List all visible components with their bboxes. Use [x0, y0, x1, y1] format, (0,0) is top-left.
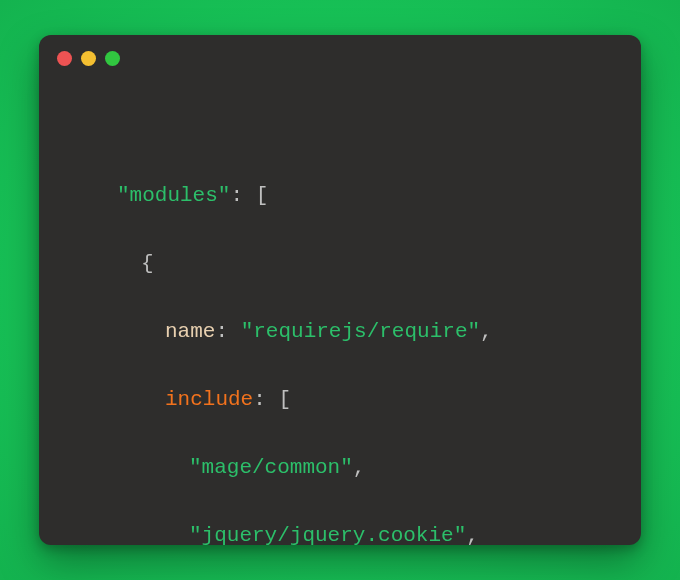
brace-open: { [141, 252, 154, 275]
close-icon[interactable] [57, 51, 72, 66]
json-key-modules: "modules" [117, 184, 230, 207]
string-value: "requirejs/require" [241, 320, 480, 343]
punct: : [ [253, 388, 291, 411]
code-window: "modules": [ { name: "requirejs/require"… [39, 35, 641, 545]
string-value: "mage/common" [189, 456, 353, 479]
comma: , [353, 456, 366, 479]
comma: , [480, 320, 493, 343]
prop-include: include [165, 388, 253, 411]
window-titlebar [39, 35, 641, 81]
maximize-icon[interactable] [105, 51, 120, 66]
code-block: "modules": [ { name: "requirejs/require"… [39, 81, 641, 545]
minimize-icon[interactable] [81, 51, 96, 66]
string-value: "jquery/jquery.cookie" [189, 524, 466, 545]
prop-name: name [165, 320, 215, 343]
punct: : [215, 320, 240, 343]
punct: : [ [230, 184, 268, 207]
comma: , [466, 524, 479, 545]
